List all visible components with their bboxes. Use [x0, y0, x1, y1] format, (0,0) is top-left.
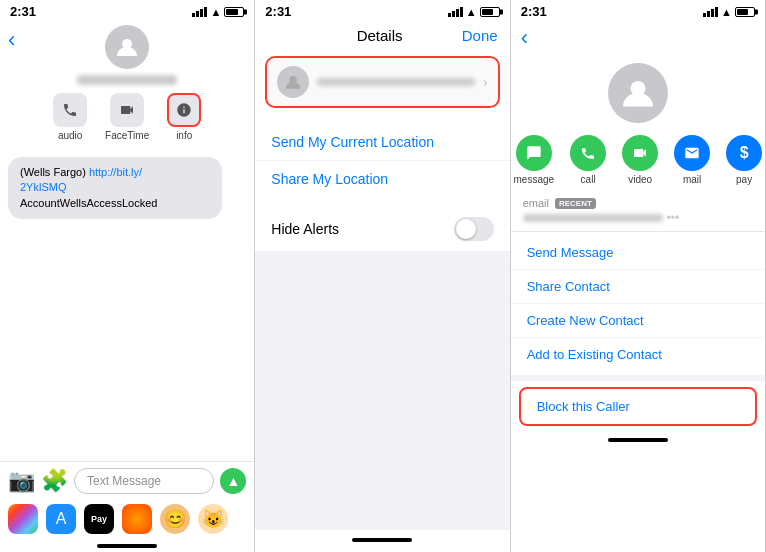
message-bubble: (Wells Fargo) http://bit.ly/2YklSMQ Acco… — [8, 157, 222, 219]
panel-contact: 2:31 ▲ ‹ message — [511, 0, 766, 552]
call-action[interactable]: call — [570, 135, 606, 185]
send-current-location-item[interactable]: Send My Current Location — [255, 124, 509, 161]
p3-separator — [511, 375, 765, 381]
details-title: Details — [357, 27, 403, 44]
status-bar-p1: 2:31 ▲ — [0, 0, 254, 21]
audio-button[interactable]: audio — [53, 93, 87, 141]
time-p3: 2:31 — [521, 4, 547, 19]
back-button[interactable]: ‹ — [8, 27, 15, 53]
info-button[interactable]: info — [167, 93, 201, 141]
message-text-part2: AccountWellsAccessLocked — [20, 197, 157, 209]
email-label-row: email RECENT — [523, 197, 753, 209]
hide-alerts-row: Hide Alerts — [255, 207, 509, 251]
contact-name-blur-p2 — [317, 78, 475, 86]
p1-header: ‹ audio FaceTime info — [0, 21, 254, 149]
music-dock-icon[interactable] — [122, 504, 152, 534]
video-action[interactable]: video — [622, 135, 658, 185]
applepay-dock-icon[interactable]: Pay — [84, 504, 114, 534]
battery-icon — [224, 7, 244, 17]
p3-avatar — [608, 63, 668, 123]
hide-alerts-toggle[interactable] — [454, 217, 494, 241]
wifi-icon-p2: ▲ — [466, 6, 477, 18]
appstore-dock-icon[interactable]: A — [46, 504, 76, 534]
facetime-label: FaceTime — [105, 130, 149, 141]
dock-row: A Pay 😊 😺 — [0, 500, 254, 542]
message-text-part1: (Wells Fargo) — [20, 166, 89, 178]
battery-icon-p2 — [480, 7, 500, 17]
share-contact-item[interactable]: Share Contact — [511, 270, 765, 304]
back-button-p3[interactable]: ‹ — [521, 25, 528, 51]
home-indicator — [97, 544, 157, 548]
text-input-placeholder: Text Message — [87, 474, 161, 488]
appstore-icon[interactable]: 🧩 — [41, 468, 68, 494]
p2-menu: Send My Current Location Share My Locati… — [255, 114, 509, 207]
audio-icon — [53, 93, 87, 127]
video-action-label: video — [628, 174, 652, 185]
more-icon[interactable]: ••• — [667, 211, 680, 225]
pay-action[interactable]: $ pay — [726, 135, 762, 185]
chevron-icon: › — [483, 74, 488, 90]
status-bar-p3: 2:31 ▲ — [511, 0, 765, 21]
video-action-icon — [622, 135, 658, 171]
p1-bottom: 📷 🧩 Text Message ▲ A Pay 😊 😺 — [0, 461, 254, 552]
call-action-label: call — [581, 174, 596, 185]
p3-menu: Send Message Share Contact Create New Co… — [511, 232, 765, 375]
add-existing-contact-item[interactable]: Add to Existing Contact — [511, 338, 765, 371]
battery-icon-p3 — [735, 7, 755, 17]
photos-dock-icon[interactable] — [8, 504, 38, 534]
email-section: email RECENT ••• — [511, 193, 765, 232]
contact-row[interactable]: › — [265, 56, 499, 108]
home-indicator-p2 — [352, 538, 412, 542]
signal-icon — [192, 7, 207, 17]
status-icons-p3: ▲ — [703, 6, 755, 18]
p2-header: Details Done — [255, 21, 509, 50]
facetime-icon — [110, 93, 144, 127]
create-new-contact-item[interactable]: Create New Contact — [511, 304, 765, 338]
camera-icon[interactable]: 📷 — [8, 468, 35, 494]
mail-action[interactable]: mail — [674, 135, 710, 185]
contact-name-blurred — [77, 75, 177, 85]
done-button[interactable]: Done — [462, 27, 498, 44]
wifi-icon-p3: ▲ — [721, 6, 732, 18]
info-label: info — [176, 130, 192, 141]
panel-messages: 2:31 ▲ ‹ audio — [0, 0, 255, 552]
text-input-row: 📷 🧩 Text Message ▲ — [0, 462, 254, 500]
email-value-blur — [523, 214, 663, 222]
share-location-item[interactable]: Share My Location — [255, 161, 509, 197]
message-content: (Wells Fargo) http://bit.ly/2YklSMQ Acco… — [0, 149, 254, 461]
info-icon — [167, 93, 201, 127]
memoji2-dock-icon[interactable]: 😺 — [198, 504, 228, 534]
message-action[interactable]: message — [514, 135, 555, 185]
p3-header: ‹ — [511, 21, 765, 53]
signal-icon-p3 — [703, 7, 718, 17]
facetime-button[interactable]: FaceTime — [105, 93, 149, 141]
p2-gray-area — [255, 251, 509, 530]
p3-action-buttons: message call video mail $ pay — [511, 131, 765, 193]
mail-action-icon — [674, 135, 710, 171]
recent-badge: RECENT — [555, 198, 596, 209]
mail-action-label: mail — [683, 174, 701, 185]
avatar — [105, 25, 149, 69]
text-input[interactable]: Text Message — [74, 468, 214, 494]
send-button[interactable]: ▲ — [220, 468, 246, 494]
pay-action-label: pay — [736, 174, 752, 185]
time-p2: 2:31 — [265, 4, 291, 19]
p3-home — [511, 432, 765, 450]
audio-label: audio — [58, 130, 82, 141]
status-bar-p2: 2:31 ▲ — [255, 0, 509, 21]
signal-icon-p2 — [448, 7, 463, 17]
block-section[interactable]: Block this Caller — [519, 387, 757, 426]
panel-details: 2:31 ▲ Details Done › Send My Current Lo… — [255, 0, 510, 552]
p3-avatar-area — [511, 53, 765, 131]
block-caller-item[interactable]: Block this Caller — [521, 389, 755, 424]
home-indicator-p3 — [608, 438, 668, 442]
status-icons-p2: ▲ — [448, 6, 500, 18]
memoji1-dock-icon[interactable]: 😊 — [160, 504, 190, 534]
hide-alerts-label: Hide Alerts — [271, 221, 339, 237]
message-action-icon — [516, 135, 552, 171]
send-message-item[interactable]: Send Message — [511, 236, 765, 270]
pay-action-icon: $ — [726, 135, 762, 171]
contact-avatar-sm — [277, 66, 309, 98]
action-buttons: audio FaceTime info — [53, 93, 201, 141]
time-p1: 2:31 — [10, 4, 36, 19]
